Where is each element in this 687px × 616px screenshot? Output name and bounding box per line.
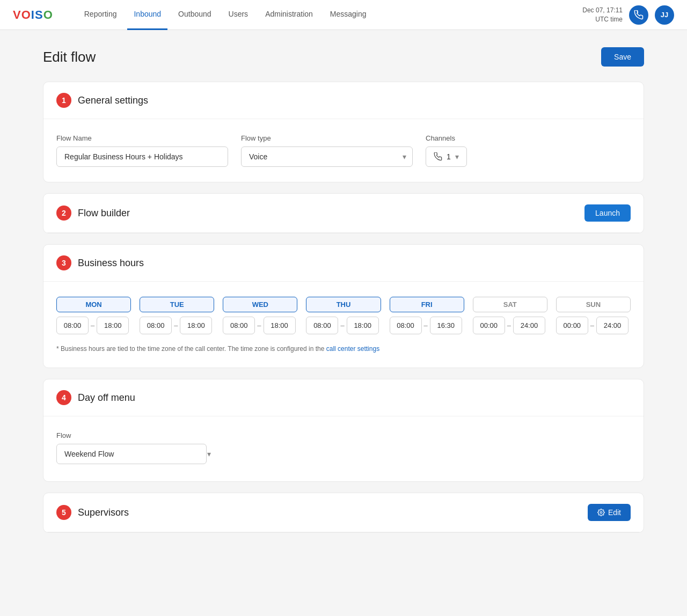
day-col-fri: FRI– [390,297,464,334]
day-label-mon[interactable]: MON [56,297,131,312]
day-off-flow-select[interactable]: Weekend Flow [56,444,207,464]
page-title: Edit flow [43,49,96,65]
business-hours-section: 3 Business hours MON–TUE–WED–THU–FRI–SAT… [43,244,644,368]
edit-label: Edit [608,508,621,517]
flow-name-input[interactable] [56,146,228,167]
end-time-sat[interactable] [513,317,545,334]
step-badge-1: 1 [56,93,71,108]
channels-chevron: ▾ [455,152,459,161]
main-content: Edit flow Save 1 General settings Flow N… [21,30,666,561]
day-off-body: Flow Weekend Flow ▾ [43,416,644,481]
nav-inbound[interactable]: Inbound [127,0,167,30]
channels-value: 1 [447,152,451,161]
day-label-sun[interactable]: SUN [556,297,631,312]
day-off-chevron: ▾ [207,450,211,458]
flow-builder-header: 2 Flow builder Launch [43,194,644,233]
start-time-sun[interactable] [556,317,588,334]
time-range-sun: – [556,317,631,334]
gear-icon [597,509,605,516]
flow-type-select[interactable]: Voice [241,146,413,167]
start-time-thu[interactable] [306,317,338,334]
time-range-fri: – [390,317,464,334]
day-label-tue[interactable]: TUE [140,297,214,312]
datetime: Dec 07, 17:11 UTC time [582,6,623,24]
general-settings-title: General settings [78,95,148,106]
nav-messaging[interactable]: Messaging [324,0,373,30]
supervisors-edit-button[interactable]: Edit [588,504,631,521]
start-time-mon[interactable] [56,317,89,334]
step-badge-4: 4 [56,390,71,405]
day-label-fri[interactable]: FRI [390,297,464,312]
start-time-sat[interactable] [473,317,505,334]
step-badge-5: 5 [56,505,71,520]
channels-group: Channels 1 ▾ [426,134,597,167]
day-col-sat: SAT– [473,297,547,334]
day-off-flow-label: Flow [56,431,217,439]
time-range-tue: – [140,317,214,334]
page-header: Edit flow Save [43,47,644,67]
nav-right: Dec 07, 17:11 UTC time JJ [582,5,674,25]
nav-reporting[interactable]: Reporting [78,0,123,30]
time-range-wed: – [223,317,297,334]
day-col-mon: MON– [56,297,131,334]
logo: VOISO [13,8,52,22]
day-label-sat[interactable]: SAT [473,297,547,312]
navbar: VOISO Reporting Inbound Outbound Users A… [0,0,687,30]
day-col-thu: THU– [306,297,381,334]
general-settings-header: 1 General settings [43,82,644,119]
end-time-tue[interactable] [180,317,212,334]
business-hours-note: * Business hours are tied to the time zo… [56,345,631,353]
start-time-tue[interactable] [140,317,172,334]
launch-button[interactable]: Launch [584,204,631,222]
time-sep-thu: – [340,321,344,329]
nav-administration[interactable]: Administration [259,0,319,30]
nav-links: Reporting Inbound Outbound Users Adminis… [78,0,566,30]
flow-type-label: Flow type [241,134,413,142]
svg-point-0 [600,511,602,514]
end-time-mon[interactable] [97,317,129,334]
step-badge-3: 3 [56,255,71,270]
nav-users[interactable]: Users [222,0,255,30]
time-range-thu: – [306,317,381,334]
time-sep-fri: – [424,321,428,329]
time-sep-sun: – [590,321,594,329]
avatar[interactable]: JJ [655,5,674,25]
start-time-wed[interactable] [223,317,255,334]
day-label-thu[interactable]: THU [306,297,381,312]
time-sep-mon: – [91,321,94,329]
day-off-header: 4 Day off menu [43,379,644,416]
business-hours-body: MON–TUE–WED–THU–FRI–SAT–SUN– * Business … [43,282,644,368]
phone-icon-button[interactable] [629,5,648,25]
nav-outbound[interactable]: Outbound [172,0,218,30]
day-off-title: Day off menu [78,392,135,404]
end-time-thu[interactable] [347,317,379,334]
time-sep-wed: – [257,321,261,329]
start-time-fri[interactable] [390,317,422,334]
business-hours-header: 3 Business hours [43,245,644,282]
end-time-sun[interactable] [596,317,628,334]
day-label-wed[interactable]: WED [223,297,297,312]
supervisors-section: 5 Supervisors Edit [43,493,644,533]
day-off-flow-group: Flow Weekend Flow ▾ [56,431,217,464]
call-center-settings-link[interactable]: call center settings [326,345,379,353]
end-time-wed[interactable] [264,317,296,334]
general-settings-body: Flow Name Flow type Voice ▾ Channels [43,119,644,182]
flow-name-label: Flow Name [56,134,228,142]
day-col-wed: WED– [223,297,297,334]
flow-name-group: Flow Name [56,134,228,167]
day-col-tue: TUE– [140,297,214,334]
flow-type-group: Flow type Voice ▾ [241,134,413,167]
days-grid: MON–TUE–WED–THU–FRI–SAT–SUN– [56,297,631,334]
save-button[interactable]: Save [601,47,644,67]
day-off-section: 4 Day off menu Flow Weekend Flow ▾ [43,379,644,482]
general-form-row: Flow Name Flow type Voice ▾ Channels [56,134,631,167]
supervisors-title: Supervisors [78,507,129,518]
channels-selector[interactable]: 1 ▾ [426,146,467,167]
time-sep-sat: – [507,321,511,329]
time-range-mon: – [56,317,131,334]
time-sep-tue: – [174,321,178,329]
end-time-fri[interactable] [430,317,462,334]
general-settings-section: 1 General settings Flow Name Flow type V… [43,82,644,182]
business-hours-title: Business hours [78,258,144,269]
flow-builder-title: Flow builder [78,208,130,219]
